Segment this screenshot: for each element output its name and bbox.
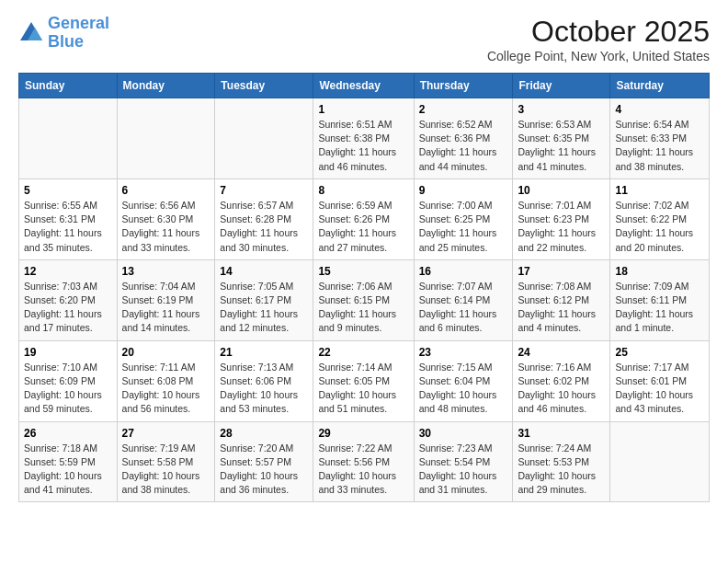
- day-info: Sunrise: 7:07 AM Sunset: 6:14 PM Dayligh…: [419, 280, 508, 336]
- day-info: Sunrise: 7:03 AM Sunset: 6:20 PM Dayligh…: [24, 280, 112, 336]
- month-title: October 2025: [487, 15, 710, 49]
- calendar-cell: 21Sunrise: 7:13 AM Sunset: 6:06 PM Dayli…: [215, 340, 313, 421]
- calendar-week-row: 1Sunrise: 6:51 AM Sunset: 6:38 PM Daylig…: [19, 98, 710, 179]
- day-info: Sunrise: 6:54 AM Sunset: 6:33 PM Dayligh…: [615, 118, 704, 174]
- day-info: Sunrise: 7:19 AM Sunset: 5:58 PM Dayligh…: [122, 442, 210, 498]
- calendar-cell: 30Sunrise: 7:23 AM Sunset: 5:54 PM Dayli…: [414, 421, 513, 502]
- calendar-cell: 17Sunrise: 7:08 AM Sunset: 6:12 PM Dayli…: [513, 259, 610, 340]
- logo-icon: [18, 20, 44, 46]
- day-number: 27: [122, 427, 210, 440]
- day-number: 25: [615, 346, 704, 359]
- calendar-week-row: 19Sunrise: 7:10 AM Sunset: 6:09 PM Dayli…: [19, 340, 710, 421]
- calendar-cell: 3Sunrise: 6:53 AM Sunset: 6:35 PM Daylig…: [513, 98, 610, 179]
- calendar-cell: 31Sunrise: 7:24 AM Sunset: 5:53 PM Dayli…: [513, 421, 610, 502]
- day-info: Sunrise: 6:52 AM Sunset: 6:36 PM Dayligh…: [419, 118, 508, 174]
- day-info: Sunrise: 7:10 AM Sunset: 6:09 PM Dayligh…: [24, 361, 112, 417]
- day-info: Sunrise: 7:23 AM Sunset: 5:54 PM Dayligh…: [419, 442, 508, 498]
- calendar-cell: 20Sunrise: 7:11 AM Sunset: 6:08 PM Dayli…: [117, 340, 215, 421]
- calendar-table: SundayMondayTuesdayWednesdayThursdayFrid…: [18, 73, 710, 502]
- day-info: Sunrise: 6:57 AM Sunset: 6:28 PM Dayligh…: [220, 199, 308, 255]
- day-number: 31: [518, 427, 605, 440]
- day-info: Sunrise: 7:09 AM Sunset: 6:11 PM Dayligh…: [615, 280, 704, 336]
- calendar-cell: 4Sunrise: 6:54 AM Sunset: 6:33 PM Daylig…: [610, 98, 710, 179]
- page: General Blue October 2025 College Point,…: [0, 0, 728, 521]
- day-info: Sunrise: 7:05 AM Sunset: 6:17 PM Dayligh…: [220, 280, 308, 336]
- day-info: Sunrise: 6:53 AM Sunset: 6:35 PM Dayligh…: [518, 118, 605, 174]
- day-info: Sunrise: 6:55 AM Sunset: 6:31 PM Dayligh…: [24, 199, 112, 255]
- day-info: Sunrise: 7:02 AM Sunset: 6:22 PM Dayligh…: [615, 199, 704, 255]
- title-block: October 2025 College Point, New York, Un…: [487, 15, 710, 63]
- day-info: Sunrise: 7:01 AM Sunset: 6:23 PM Dayligh…: [518, 199, 605, 255]
- calendar-cell: 27Sunrise: 7:19 AM Sunset: 5:58 PM Dayli…: [117, 421, 215, 502]
- weekday-header: Tuesday: [215, 74, 313, 98]
- day-info: Sunrise: 7:24 AM Sunset: 5:53 PM Dayligh…: [518, 442, 605, 498]
- calendar-cell: 6Sunrise: 6:56 AM Sunset: 6:30 PM Daylig…: [117, 178, 215, 259]
- calendar-cell: 19Sunrise: 7:10 AM Sunset: 6:09 PM Dayli…: [19, 340, 118, 421]
- day-number: 16: [419, 265, 508, 278]
- calendar-cell: 22Sunrise: 7:14 AM Sunset: 6:05 PM Dayli…: [313, 340, 414, 421]
- day-info: Sunrise: 7:11 AM Sunset: 6:08 PM Dayligh…: [122, 361, 210, 417]
- day-number: 18: [615, 265, 704, 278]
- day-number: 23: [419, 346, 508, 359]
- day-number: 2: [419, 103, 508, 116]
- calendar-cell: 2Sunrise: 6:52 AM Sunset: 6:36 PM Daylig…: [414, 98, 513, 179]
- calendar-cell: 8Sunrise: 6:59 AM Sunset: 6:26 PM Daylig…: [313, 178, 414, 259]
- calendar-cell: 29Sunrise: 7:22 AM Sunset: 5:56 PM Dayli…: [313, 421, 414, 502]
- day-info: Sunrise: 6:59 AM Sunset: 6:26 PM Dayligh…: [318, 199, 408, 255]
- weekday-header: Sunday: [19, 74, 118, 98]
- day-info: Sunrise: 6:56 AM Sunset: 6:30 PM Dayligh…: [122, 199, 210, 255]
- day-number: 15: [318, 265, 408, 278]
- day-info: Sunrise: 7:04 AM Sunset: 6:19 PM Dayligh…: [122, 280, 210, 336]
- calendar-cell: 11Sunrise: 7:02 AM Sunset: 6:22 PM Dayli…: [610, 178, 710, 259]
- day-number: 4: [615, 103, 704, 116]
- logo-text: General Blue: [48, 15, 109, 52]
- calendar-cell: 15Sunrise: 7:06 AM Sunset: 6:15 PM Dayli…: [313, 259, 414, 340]
- day-number: 5: [24, 184, 112, 197]
- day-info: Sunrise: 7:17 AM Sunset: 6:01 PM Dayligh…: [615, 361, 704, 417]
- day-info: Sunrise: 7:15 AM Sunset: 6:04 PM Dayligh…: [419, 361, 508, 417]
- day-number: 19: [24, 346, 112, 359]
- calendar-cell: 24Sunrise: 7:16 AM Sunset: 6:02 PM Dayli…: [513, 340, 610, 421]
- calendar-cell: 25Sunrise: 7:17 AM Sunset: 6:01 PM Dayli…: [610, 340, 710, 421]
- weekday-header: Monday: [117, 74, 215, 98]
- calendar-cell: 28Sunrise: 7:20 AM Sunset: 5:57 PM Dayli…: [215, 421, 313, 502]
- weekday-header: Thursday: [414, 74, 513, 98]
- calendar-cell: 18Sunrise: 7:09 AM Sunset: 6:11 PM Dayli…: [610, 259, 710, 340]
- calendar-cell: [19, 98, 118, 179]
- day-info: Sunrise: 7:06 AM Sunset: 6:15 PM Dayligh…: [318, 280, 408, 336]
- day-number: 30: [419, 427, 508, 440]
- calendar-week-row: 5Sunrise: 6:55 AM Sunset: 6:31 PM Daylig…: [19, 178, 710, 259]
- calendar-cell: 13Sunrise: 7:04 AM Sunset: 6:19 PM Dayli…: [117, 259, 215, 340]
- day-number: 12: [24, 265, 112, 278]
- day-info: Sunrise: 7:20 AM Sunset: 5:57 PM Dayligh…: [220, 442, 308, 498]
- calendar-cell: [610, 421, 710, 502]
- calendar-cell: 7Sunrise: 6:57 AM Sunset: 6:28 PM Daylig…: [215, 178, 313, 259]
- calendar-cell: 23Sunrise: 7:15 AM Sunset: 6:04 PM Dayli…: [414, 340, 513, 421]
- calendar-cell: 16Sunrise: 7:07 AM Sunset: 6:14 PM Dayli…: [414, 259, 513, 340]
- day-info: Sunrise: 6:51 AM Sunset: 6:38 PM Dayligh…: [318, 118, 408, 174]
- day-number: 3: [518, 103, 605, 116]
- calendar-week-row: 12Sunrise: 7:03 AM Sunset: 6:20 PM Dayli…: [19, 259, 710, 340]
- logo: General Blue: [18, 15, 109, 52]
- day-number: 8: [318, 184, 408, 197]
- day-info: Sunrise: 7:14 AM Sunset: 6:05 PM Dayligh…: [318, 361, 408, 417]
- day-number: 22: [318, 346, 408, 359]
- calendar-week-row: 26Sunrise: 7:18 AM Sunset: 5:59 PM Dayli…: [19, 421, 710, 502]
- calendar-cell: [117, 98, 215, 179]
- day-number: 1: [318, 103, 408, 116]
- day-number: 17: [518, 265, 605, 278]
- weekday-header: Wednesday: [313, 74, 414, 98]
- weekday-header-row: SundayMondayTuesdayWednesdayThursdayFrid…: [19, 74, 710, 98]
- day-number: 24: [518, 346, 605, 359]
- day-number: 21: [220, 346, 308, 359]
- day-number: 6: [122, 184, 210, 197]
- day-number: 10: [518, 184, 605, 197]
- day-number: 29: [318, 427, 408, 440]
- calendar-cell: 1Sunrise: 6:51 AM Sunset: 6:38 PM Daylig…: [313, 98, 414, 179]
- day-info: Sunrise: 7:13 AM Sunset: 6:06 PM Dayligh…: [220, 361, 308, 417]
- weekday-header: Friday: [513, 74, 610, 98]
- day-info: Sunrise: 7:00 AM Sunset: 6:25 PM Dayligh…: [419, 199, 508, 255]
- day-info: Sunrise: 7:08 AM Sunset: 6:12 PM Dayligh…: [518, 280, 605, 336]
- calendar-cell: 26Sunrise: 7:18 AM Sunset: 5:59 PM Dayli…: [19, 421, 118, 502]
- header: General Blue October 2025 College Point,…: [18, 15, 710, 63]
